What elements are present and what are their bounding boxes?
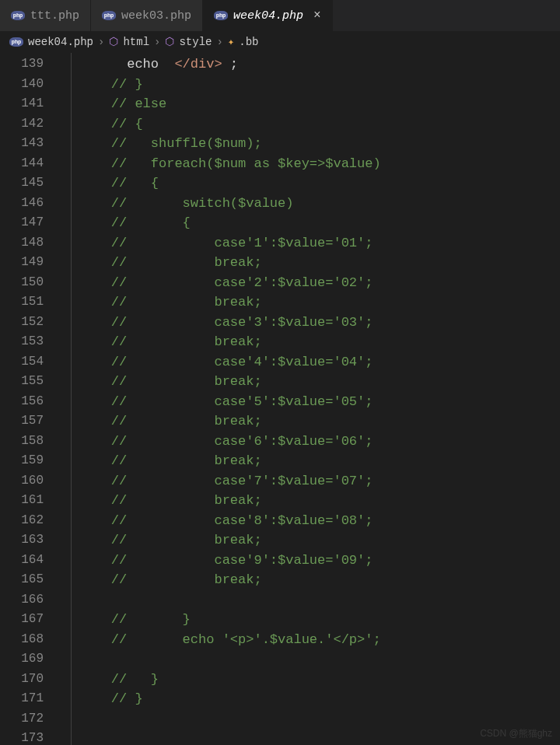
line-number: 168 (0, 630, 58, 650)
code-line[interactable]: // { (79, 173, 560, 194)
line-number: 160 (0, 471, 58, 491)
line-number: 158 (0, 432, 58, 452)
watermark: CSDN @熊猫ghz (480, 727, 552, 740)
code-line[interactable]: // break; (79, 491, 560, 511)
code-line[interactable]: // } (79, 670, 560, 690)
code-line[interactable] (79, 590, 560, 610)
breadcrumb-item: html (123, 36, 149, 48)
tab-week04[interactable]: php week04.php × (203, 0, 333, 31)
tab-label: week03.php (121, 9, 191, 23)
code-line[interactable]: // case'6':$value='06'; (79, 432, 560, 452)
code-line[interactable]: // { (79, 114, 560, 135)
line-number: 169 (0, 649, 58, 670)
line-number: 141 (0, 94, 58, 114)
tab-week03[interactable]: php week03.php (91, 0, 203, 31)
line-number: 163 (0, 530, 58, 551)
breadcrumb-item: style (179, 36, 212, 48)
code-line[interactable]: // else (79, 94, 560, 114)
chevron-right-icon: › (154, 36, 160, 48)
symbol-icon: ⬡ (109, 35, 118, 48)
php-icon: php (9, 37, 23, 47)
code-line[interactable]: // echo '<p>'.$value.'</p>'; (79, 630, 560, 650)
editor-area[interactable]: 1391401411421431441451461471481491501511… (0, 53, 560, 745)
code-line[interactable]: // } (79, 689, 560, 709)
code-line[interactable]: // break; (79, 253, 560, 273)
line-number: 166 (0, 590, 58, 610)
line-number: 145 (0, 173, 58, 194)
line-number: 161 (0, 491, 58, 511)
code-line[interactable] (79, 649, 560, 670)
line-number: 143 (0, 134, 58, 154)
line-number: 172 (0, 709, 58, 729)
code-line[interactable]: // case'1':$value='01'; (79, 233, 560, 254)
code-line[interactable]: // case'7':$value='07'; (79, 471, 560, 491)
code-line[interactable] (79, 709, 560, 729)
line-number: 159 (0, 451, 58, 471)
symbol-icon: ⬡ (165, 35, 174, 48)
breadcrumb-file: week04.php (28, 36, 93, 48)
line-number: 139 (0, 54, 58, 75)
code-line[interactable]: // { (79, 213, 560, 233)
line-number: 162 (0, 511, 58, 531)
line-number: 148 (0, 233, 58, 254)
line-number: 144 (0, 154, 58, 174)
tab-ttt[interactable]: php ttt.php (0, 0, 91, 31)
line-number: 153 (0, 332, 58, 352)
breadcrumb-leaf: .bb (239, 36, 258, 48)
chevron-right-icon: › (216, 36, 222, 48)
code-line[interactable]: // case'9':$value='09'; (79, 551, 560, 571)
code-line[interactable]: // switch($value) (79, 194, 560, 214)
line-number: 151 (0, 292, 58, 313)
code-line[interactable]: // case'5':$value='05'; (79, 392, 560, 412)
code-line[interactable]: // case'8':$value='08'; (79, 511, 560, 531)
code-line[interactable]: // case'3':$value='03'; (79, 313, 560, 333)
line-number: 147 (0, 213, 58, 233)
code-line[interactable]: // break; (79, 292, 560, 313)
line-number: 156 (0, 392, 58, 412)
chevron-right-icon: › (98, 36, 104, 48)
code-line[interactable]: // break; (79, 332, 560, 352)
line-number: 170 (0, 670, 58, 690)
code-line[interactable]: echo </div> ; (79, 54, 560, 75)
line-number: 152 (0, 313, 58, 333)
code-line[interactable]: // break; (79, 570, 560, 590)
code-line[interactable]: // foreach($num as $key=>$value) (79, 154, 560, 174)
line-number: 167 (0, 610, 58, 630)
code-line[interactable]: // case'2':$value='02'; (79, 273, 560, 293)
php-icon: php (102, 11, 116, 20)
code-line[interactable]: // } (79, 75, 560, 95)
line-number: 140 (0, 75, 58, 95)
indent-guide (58, 53, 79, 745)
line-number: 150 (0, 273, 58, 293)
line-number: 164 (0, 551, 58, 571)
tab-label: week04.php (233, 9, 303, 23)
tabs-bar: php ttt.php php week03.php php week04.ph… (0, 0, 560, 31)
code-line[interactable]: // break; (79, 530, 560, 551)
code-line[interactable]: // break; (79, 372, 560, 392)
line-number: 142 (0, 114, 58, 135)
php-icon: php (214, 11, 228, 20)
close-icon[interactable]: × (313, 9, 321, 23)
line-number-gutter: 1391401411421431441451461471481491501511… (0, 53, 58, 745)
line-number: 155 (0, 372, 58, 392)
tab-label: ttt.php (30, 9, 79, 23)
code-line[interactable]: // break; (79, 451, 560, 471)
code-content[interactable]: echo </div> ; // } // else // { // shuff… (79, 53, 560, 745)
line-number: 154 (0, 352, 58, 372)
line-number: 157 (0, 411, 58, 432)
line-number: 173 (0, 729, 58, 745)
code-line[interactable]: // break; (79, 411, 560, 432)
line-number: 146 (0, 194, 58, 214)
breadcrumbs[interactable]: php week04.php › ⬡ html › ⬡ style › ✦ .b… (0, 31, 560, 53)
line-number: 171 (0, 689, 58, 709)
css-class-icon: ✦ (228, 35, 234, 48)
code-line[interactable]: // shuffle($num); (79, 134, 560, 154)
code-line[interactable]: // } (79, 610, 560, 630)
line-number: 149 (0, 253, 58, 273)
code-line[interactable]: // case'4':$value='04'; (79, 352, 560, 372)
php-icon: php (11, 11, 25, 20)
line-number: 165 (0, 570, 58, 590)
